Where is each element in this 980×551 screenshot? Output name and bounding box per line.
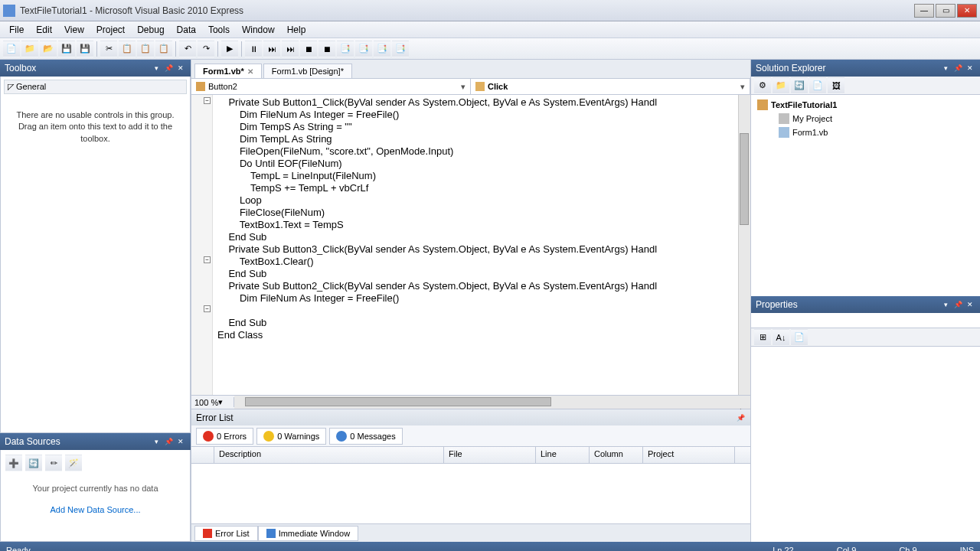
solution-tree[interactable]: TextFileTutorial1 My Project Form1.vb xyxy=(751,95,980,296)
tree-item-form1[interactable]: Form1.vb xyxy=(754,126,977,139)
tree-item-myproject[interactable]: My Project xyxy=(754,112,977,126)
scroll-thumb[interactable] xyxy=(740,133,749,225)
zoom-combo[interactable]: 100 % ▾ xyxy=(191,397,234,407)
toolbar-button-14[interactable]: ⏭ xyxy=(282,41,299,57)
code-gutter: − − − xyxy=(191,95,213,395)
ds-refresh-icon[interactable]: 🔄 xyxy=(25,455,42,471)
bottom-tabstrip: Error ListImmediate Window xyxy=(191,523,750,542)
messages-tab[interactable]: 0 Messages xyxy=(329,428,402,445)
toolbar-button-6[interactable]: 📋 xyxy=(119,41,136,57)
bottom-tab-immediate-window[interactable]: Immediate Window xyxy=(258,526,359,541)
errcol-Description[interactable]: Description xyxy=(214,447,444,463)
tab-close-icon[interactable]: ✕ xyxy=(247,67,253,76)
bottom-tab-error-list[interactable]: Error List xyxy=(194,526,258,541)
close-button[interactable]: ✕ xyxy=(957,4,977,18)
document-tab[interactable]: Form1.vb [Design]* xyxy=(263,64,352,78)
prop-pages-icon[interactable]: 📄 xyxy=(791,329,808,346)
menu-project[interactable]: Project xyxy=(90,23,131,37)
toolbar-button-13[interactable]: ⏭ xyxy=(263,41,280,57)
prop-pin-icon[interactable]: 📌 xyxy=(952,299,963,310)
prop-dropdown-icon[interactable]: ▾ xyxy=(940,299,951,310)
toolbox-dropdown-icon[interactable]: ▾ xyxy=(151,63,162,73)
toolbar-button-17[interactable]: 📑 xyxy=(337,41,354,57)
se-showall-icon[interactable]: 📁 xyxy=(773,77,789,94)
toolbar-button-15[interactable]: ⏹ xyxy=(300,41,317,57)
toolbar-button-5[interactable]: ✂ xyxy=(100,41,117,57)
se-viewdesigner-icon[interactable]: 🖼 xyxy=(828,77,844,94)
warnings-tab[interactable]: 0 Warnings xyxy=(256,428,326,445)
horizontal-scrollbar[interactable] xyxy=(234,396,750,409)
toolbar-button-3[interactable]: 💾 xyxy=(58,41,75,57)
toolbar-button-16[interactable]: ⏹ xyxy=(318,41,335,57)
menu-view[interactable]: View xyxy=(58,23,90,37)
se-pin-icon[interactable]: 📌 xyxy=(952,63,963,73)
add-datasource-link[interactable]: Add New Data Source... xyxy=(4,505,187,514)
hscroll-thumb[interactable] xyxy=(245,397,551,406)
method-icon xyxy=(475,82,485,91)
status-ch: Ch 9 xyxy=(899,546,916,551)
errcol-Line[interactable]: Line xyxy=(536,447,590,463)
vertical-scrollbar[interactable] xyxy=(738,95,750,395)
toolbar-button-7[interactable]: 📋 xyxy=(137,41,154,57)
properties-object-combo[interactable] xyxy=(751,313,980,328)
toolbox-pin-icon[interactable]: 📌 xyxy=(163,63,174,73)
document-tab[interactable]: Form1.vb*✕ xyxy=(194,64,262,78)
project-icon xyxy=(757,99,768,110)
menu-debug[interactable]: Debug xyxy=(131,23,170,37)
toolbar-button-0[interactable]: 📄 xyxy=(3,41,20,57)
ds-dropdown-icon[interactable]: ▾ xyxy=(151,436,162,447)
toolbox-close-icon[interactable]: ✕ xyxy=(175,63,186,73)
ds-pin-icon[interactable]: 📌 xyxy=(163,436,174,447)
method-combo[interactable]: Click xyxy=(471,79,750,94)
ds-close-icon[interactable]: ✕ xyxy=(175,436,186,447)
menu-file[interactable]: File xyxy=(3,23,30,37)
toolbar-button-8[interactable]: 📋 xyxy=(155,41,172,57)
toolbar-button-10[interactable]: ↷ xyxy=(198,41,214,57)
code-editor[interactable]: − − − Private Sub Button1_Click(ByVal se… xyxy=(191,95,750,395)
toolbar-button-18[interactable]: 📑 xyxy=(355,41,372,57)
se-properties-icon[interactable]: ⚙ xyxy=(754,77,771,94)
toolbar-button-20[interactable]: 📑 xyxy=(392,41,409,57)
properties-grid[interactable] xyxy=(751,347,980,542)
errcol-Column[interactable]: Column xyxy=(590,447,643,463)
class-combo[interactable]: Button2 xyxy=(191,79,471,94)
maximize-button[interactable]: ▭ xyxy=(936,4,956,18)
toolbar-button-12[interactable]: ⏸ xyxy=(245,41,262,57)
se-close-icon[interactable]: ✕ xyxy=(965,63,975,73)
toolbar-button-11[interactable]: ▶ xyxy=(221,41,238,57)
errorlist-header: Error List ▾ 📌 ✕ xyxy=(191,409,750,425)
toolbar-button-19[interactable]: 📑 xyxy=(374,41,390,57)
menu-help[interactable]: Help xyxy=(281,23,312,37)
errcol-icon[interactable] xyxy=(191,447,214,463)
solution-root[interactable]: TextFileTutorial1 xyxy=(754,98,977,112)
se-refresh-icon[interactable]: 🔄 xyxy=(791,77,808,94)
errorlist-grid[interactable]: DescriptionFileLineColumnProject xyxy=(191,447,750,523)
toolbar-button-1[interactable]: 📁 xyxy=(21,41,38,57)
status-ins: INS xyxy=(960,546,974,551)
ds-edit-icon[interactable]: ✏ xyxy=(45,455,62,471)
menu-data[interactable]: Data xyxy=(171,23,202,37)
prop-alpha-icon[interactable]: A↓ xyxy=(773,329,789,346)
minimize-button[interactable]: — xyxy=(914,4,934,18)
prop-close-icon[interactable]: ✕ xyxy=(965,299,975,310)
errcol-File[interactable]: File xyxy=(444,447,536,463)
menu-tools[interactable]: Tools xyxy=(202,23,236,37)
code-lines[interactable]: Private Sub Button1_Click(ByVal sender A… xyxy=(217,96,657,341)
fold-icon[interactable]: − xyxy=(204,305,211,312)
menu-edit[interactable]: Edit xyxy=(30,23,58,37)
se-dropdown-icon[interactable]: ▾ xyxy=(940,63,951,73)
fold-icon[interactable]: − xyxy=(204,256,211,263)
toolbar-button-2[interactable]: 📂 xyxy=(40,41,57,57)
errlist-pin-icon[interactable]: 📌 xyxy=(735,412,746,423)
errcol-Project[interactable]: Project xyxy=(643,447,735,463)
toolbar-button-4[interactable]: 💾 xyxy=(77,41,93,57)
fold-icon[interactable]: − xyxy=(204,97,211,104)
errors-tab[interactable]: 0 Errors xyxy=(196,428,253,445)
ds-add-icon[interactable]: ➕ xyxy=(5,455,22,471)
toolbar-button-9[interactable]: ↶ xyxy=(179,41,196,57)
se-viewcode-icon[interactable]: 📄 xyxy=(809,77,826,94)
prop-categorized-icon[interactable]: ⊞ xyxy=(754,329,771,346)
ds-wizard-icon[interactable]: 🪄 xyxy=(65,455,82,471)
menu-window[interactable]: Window xyxy=(236,23,281,37)
toolbox-category-general[interactable]: ◸ General xyxy=(4,80,187,94)
